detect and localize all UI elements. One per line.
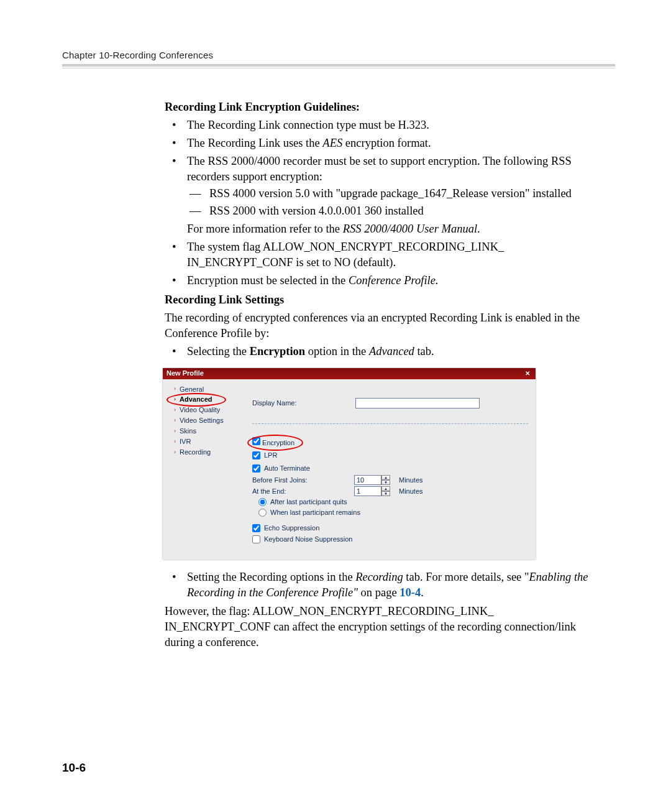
list-item: RSS 4000 version 5.0 with "upgrade packa…	[209, 186, 600, 201]
unit-label: Minutes	[399, 476, 423, 485]
checkbox-label: Echo Suppression	[264, 524, 319, 533]
checkbox-label: Keyboard Noise Suppression	[264, 535, 352, 544]
checkbox-icon[interactable]	[252, 535, 260, 543]
step-up-icon[interactable]: ▲	[381, 486, 390, 491]
text: encryption format.	[342, 137, 431, 149]
text: tab. For more details, see "	[403, 571, 529, 583]
at-the-end-row: At the End: 1 ▲ ▼ Minutes	[252, 486, 528, 496]
checkbox-label: Auto Terminate	[264, 464, 310, 473]
nav-skins[interactable]: ›Skins	[171, 426, 245, 436]
radio-when-remains[interactable]: When last participant remains	[258, 508, 528, 517]
caret-icon: ›	[174, 418, 176, 423]
lpr-checkbox[interactable]: LPR	[252, 451, 528, 460]
caret-icon: ›	[174, 386, 176, 392]
minutes-stepper[interactable]: 10 ▲ ▼	[354, 475, 390, 485]
checkbox-icon[interactable]	[252, 464, 260, 473]
radio-icon[interactable]	[258, 509, 267, 517]
list-item: Selecting the Encryption option in the A…	[187, 344, 600, 359]
stepper-buttons: ▲ ▼	[381, 475, 390, 485]
nav-label: General	[180, 385, 204, 394]
nav-ivr[interactable]: ›IVR	[171, 436, 245, 447]
document-page: Chapter 10-Recording Conferences Recordi…	[0, 0, 671, 812]
step-down-icon[interactable]: ▼	[381, 480, 390, 485]
minutes-stepper[interactable]: 1 ▲ ▼	[354, 486, 390, 496]
nav-video-quality[interactable]: ›Video Quality	[171, 405, 245, 415]
checkbox-label: LPR	[264, 451, 277, 460]
stepper-input[interactable]: 10	[354, 475, 381, 485]
dialog-panel: Display Name: Encryption LPR Auto	[245, 379, 536, 560]
nav-label: Advanced	[180, 395, 212, 404]
caret-icon: ›	[174, 407, 176, 413]
text: Selecting the	[187, 345, 250, 358]
stepper-input[interactable]: 1	[354, 486, 381, 496]
guidelines-list: The Recording Link connection type must …	[165, 118, 600, 288]
checkbox-icon[interactable]	[252, 524, 260, 532]
text: For more information refer to the	[187, 223, 343, 235]
nav-advanced[interactable]: ›Advanced	[171, 394, 245, 405]
text-emphasis: RSS 2000/4000 User Manual	[343, 223, 477, 235]
dialog-nav: ›General ›Advanced ›Video Quality ›Video…	[163, 379, 245, 560]
dialog-titlebar: New Profile ✕	[163, 368, 536, 379]
radio-icon[interactable]	[258, 498, 267, 506]
field-label: Before First Joins:	[252, 476, 348, 485]
step-down-icon[interactable]: ▼	[381, 491, 390, 496]
text-emphasis: Recording	[355, 571, 403, 583]
nav-label: Video Quality	[180, 405, 220, 415]
checkbox-label: Encryption	[262, 439, 294, 446]
section-heading-guidelines: Recording Link Encryption Guidelines:	[165, 99, 600, 115]
nav-label: Video Settings	[180, 416, 224, 425]
page-cross-reference[interactable]: 10-4	[399, 586, 421, 599]
list-item: The RSS 2000/4000 recorder must be set t…	[187, 154, 600, 237]
caret-icon: ›	[174, 397, 176, 402]
step-up-icon[interactable]: ▲	[381, 475, 390, 480]
section-heading-settings: Recording Link Settings	[165, 292, 600, 308]
text: .	[477, 223, 480, 235]
dialog-body: ›General ›Advanced ›Video Quality ›Video…	[163, 379, 536, 560]
radio-label: When last participant remains	[270, 508, 360, 517]
auto-terminate-checkbox[interactable]: Auto Terminate	[252, 464, 528, 473]
page-number: 10-6	[62, 761, 86, 775]
dialog-title: New Profile	[167, 369, 204, 378]
settings-list-continued: Setting the Recording options in the Rec…	[165, 570, 600, 601]
text: .	[421, 586, 424, 599]
radio-after-quit[interactable]: After last participant quits	[258, 497, 528, 507]
nav-label: IVR	[180, 437, 191, 446]
body-content: Recording Link Encryption Guidelines: Th…	[165, 99, 600, 650]
paragraph: However, the flag: ALLOW_NON_ENCRYPT_REC…	[165, 604, 600, 650]
unit-label: Minutes	[399, 487, 423, 496]
caret-icon: ›	[174, 450, 176, 455]
caret-icon: ›	[174, 439, 176, 445]
nav-recording[interactable]: ›Recording	[171, 447, 245, 458]
checkbox-icon[interactable]	[252, 437, 260, 445]
field-label: At the End:	[252, 487, 348, 496]
radio-label: After last participant quits	[270, 497, 347, 507]
before-first-joins-row: Before First Joins: 10 ▲ ▼ Minutes	[252, 475, 528, 485]
close-icon[interactable]: ✕	[523, 369, 532, 378]
display-name-label: Display Name:	[252, 399, 348, 408]
nav-label: Skins	[180, 427, 196, 436]
encryption-checkbox[interactable]: Encryption	[252, 437, 294, 448]
text: Setting the Recording options in the	[187, 571, 355, 583]
checkbox-icon[interactable]	[252, 451, 260, 459]
nav-label: Recording	[180, 448, 211, 457]
caret-icon: ›	[174, 428, 176, 434]
text-emphasis: Conference Profile.	[349, 274, 439, 287]
list-item: Setting the Recording options in the Rec…	[187, 570, 600, 601]
keyboard-noise-checkbox[interactable]: Keyboard Noise Suppression	[252, 535, 528, 544]
display-name-input[interactable]	[355, 398, 480, 408]
nav-general[interactable]: ›General	[171, 384, 245, 395]
settings-list: Selecting the Encryption option in the A…	[165, 344, 600, 359]
display-name-row: Display Name:	[252, 398, 528, 408]
nav-video-settings[interactable]: ›Video Settings	[171, 415, 245, 426]
chapter-header: Chapter 10-Recording Conferences	[62, 50, 615, 60]
list-item: The Recording Link uses the AES encrypti…	[187, 136, 600, 151]
echo-suppression-checkbox[interactable]: Echo Suppression	[252, 524, 528, 533]
text: Encryption must be selected in the	[187, 274, 349, 287]
text: The Recording Link uses the	[187, 137, 322, 149]
text-bold: Encryption	[250, 345, 305, 358]
profile-dialog-screenshot: New Profile ✕ ›General ›Advanced ›Video …	[163, 368, 536, 560]
list-item: The Recording Link connection type must …	[187, 118, 600, 133]
list-item: The system flag ALLOW_NON_ENCRYPT_RECORD…	[187, 239, 600, 270]
list-item: Encryption must be selected in the Confe…	[187, 273, 600, 288]
text-emphasis: Advanced	[369, 345, 414, 358]
